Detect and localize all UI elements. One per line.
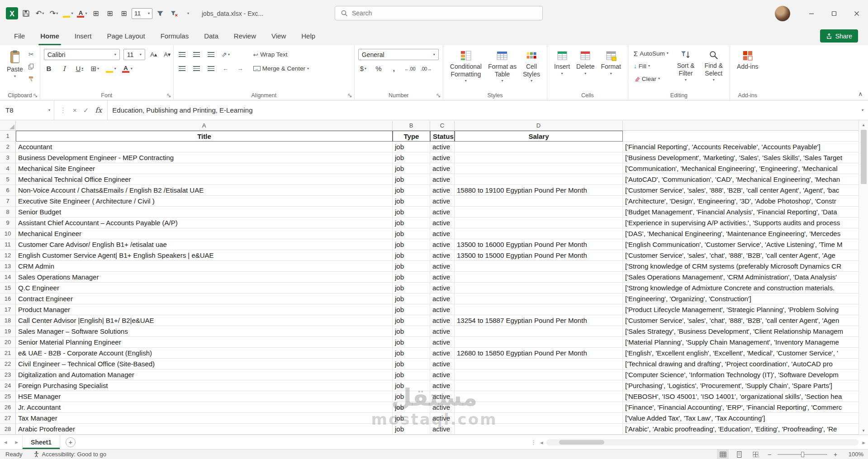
cell[interactable]: active [430, 228, 455, 239]
borders-grid-icon-2[interactable]: ⊞ [104, 7, 116, 20]
format-as-table-button[interactable]: Format as Table ▾ [485, 47, 520, 85]
font-color-button[interactable]: A▾ [122, 63, 133, 74]
cell[interactable]: job [393, 142, 430, 152]
cell[interactable]: HSE Manager [16, 391, 393, 402]
autosum-button[interactable]: ΣAutoSum▾ [632, 47, 670, 59]
horizontal-scrollbar[interactable]: ⋮ ◂ ▸ [531, 437, 866, 447]
cell[interactable]: Mechanical Site Engineer [16, 163, 393, 174]
cell[interactable]: active [430, 152, 455, 163]
cell[interactable]: ['Material Planning', 'Supply Chain Mana… [623, 337, 859, 348]
cell[interactable]: job [393, 196, 430, 207]
cell[interactable]: Q.C Engineer [16, 283, 393, 293]
row-number[interactable]: 11 [0, 239, 16, 250]
name-box[interactable]: ▾ [0, 100, 54, 120]
cell[interactable]: active [430, 163, 455, 174]
maximize-button[interactable] [823, 0, 845, 27]
scrollbar-drag-dots-icon[interactable]: ⋮ [531, 439, 536, 446]
cell[interactable] [455, 337, 623, 348]
cell[interactable] [455, 293, 623, 304]
cell[interactable]: ['Customer Service', 'sales', 'chat', '8… [623, 250, 859, 261]
row-number[interactable]: 7 [0, 196, 16, 207]
cell[interactable]: Senior Material Planning Engineer [16, 337, 393, 348]
underline-button[interactable]: U▾ [75, 63, 85, 74]
cell[interactable]: job [393, 402, 430, 413]
number-format-combo[interactable]: General▾ [358, 49, 439, 60]
minimize-button[interactable] [800, 0, 823, 27]
cell[interactable] [455, 261, 623, 272]
cell[interactable]: Call Center Advisor |English| B1+/ B2|e&… [16, 315, 393, 326]
cell[interactable]: ['Business Development', 'Marketing', 'S… [623, 152, 859, 163]
cell-styles-button[interactable]: Cell Styles ▾ [520, 47, 543, 85]
row-number[interactable]: 27 [0, 413, 16, 424]
page-break-view-icon[interactable] [749, 450, 761, 459]
increase-indent-icon[interactable]: → [235, 63, 245, 74]
cell[interactable]: ['Technical drawing and drafting', 'Proj… [623, 359, 859, 369]
cell[interactable]: Sales Manager – Software Solutions [16, 326, 393, 337]
cell[interactable]: active [430, 207, 455, 218]
redo-button[interactable]: ↷▾ [47, 7, 60, 20]
vertical-scrollbar[interactable]: ▴ ▾ [859, 121, 868, 435]
alignment-dialog-launcher-icon[interactable] [348, 94, 352, 98]
cell[interactable]: job [393, 218, 430, 228]
formula-bar-expand-chevron[interactable]: ▾ [857, 100, 868, 120]
zoom-in-button[interactable]: + [832, 451, 839, 458]
cell[interactable]: active [430, 142, 455, 152]
cell[interactable]: Sales Operations Manager [16, 272, 393, 283]
qat-overflow-chevron[interactable]: ▾ [182, 7, 194, 20]
collapse-ribbon-chevron[interactable]: ∧ [858, 90, 863, 97]
cell[interactable]: Arabic Proofreader [16, 424, 393, 435]
borders-grid-icon-1[interactable]: ⊞ [90, 7, 102, 20]
align-middle-icon[interactable] [192, 49, 202, 60]
cell[interactable]: active [430, 293, 455, 304]
cell[interactable]: ['Financial Reporting', 'Accounts Receiv… [623, 142, 859, 152]
row-number[interactable]: 15 [0, 283, 16, 293]
scroll-up-icon[interactable]: ▴ [863, 121, 865, 129]
row-number[interactable]: 10 [0, 228, 16, 239]
align-bottom-icon[interactable] [206, 49, 216, 60]
zoom-level[interactable]: 100% [844, 451, 863, 458]
cell[interactable]: active [430, 348, 455, 359]
cell[interactable]: job [393, 283, 430, 293]
find-select-button[interactable]: Find & Select ▾ [702, 47, 726, 84]
borders-grid-icon-3[interactable]: ⊞ [118, 7, 130, 20]
filter-icon[interactable] [154, 7, 166, 20]
cell[interactable]: Business Development Engineer - MEP Cont… [16, 152, 393, 163]
cell[interactable]: job [393, 261, 430, 272]
normal-view-icon[interactable] [717, 450, 729, 459]
cell[interactable] [455, 174, 623, 185]
decrease-indent-icon[interactable]: ← [221, 63, 231, 74]
excel-logo-icon[interactable]: X [5, 7, 18, 20]
decrease-font-icon[interactable]: A▾ [162, 49, 172, 60]
cancel-icon[interactable]: × [73, 106, 77, 114]
cell[interactable]: active [430, 413, 455, 424]
tab-help[interactable]: Help [294, 27, 323, 45]
column-header-a[interactable]: A [16, 121, 393, 131]
name-box-input[interactable] [5, 106, 33, 114]
row-number[interactable]: 6 [0, 185, 16, 196]
row-number[interactable]: 5 [0, 174, 16, 185]
fill-color-button[interactable]: ▾ [105, 63, 116, 74]
cell[interactable]: Executive Site Engineer ( Architecture /… [16, 196, 393, 207]
italic-button[interactable]: I [59, 63, 69, 74]
cell[interactable] [455, 413, 623, 424]
merge-center-button[interactable]: ↔Merge & Center▾ [251, 63, 311, 75]
font-dialog-launcher-icon[interactable] [167, 94, 171, 98]
cell[interactable]: Customer Care Advisor/ English B1+ /etis… [16, 239, 393, 250]
addins-button[interactable]: Add-ins [734, 47, 761, 73]
select-all-corner[interactable] [0, 121, 16, 131]
cell[interactable]: Non-Voice Account / Chats&Emails / Engli… [16, 185, 393, 196]
fill-button[interactable]: ↓Fill▾ [632, 60, 670, 72]
cell[interactable]: Accountant [16, 142, 393, 152]
close-button[interactable] [845, 0, 868, 27]
cell[interactable]: job [393, 250, 430, 261]
cell[interactable]: Mechanical Engineer [16, 228, 393, 239]
cell[interactable]: ['Engineering', 'Organizing', 'Construct… [623, 293, 859, 304]
cell[interactable] [455, 196, 623, 207]
row-number[interactable]: 19 [0, 326, 16, 337]
font-color-button[interactable]: A ▾ [76, 7, 88, 20]
cell[interactable]: Foreign Purchasing Specialist [16, 380, 393, 391]
cell[interactable]: job [393, 293, 430, 304]
cell[interactable]: ['Sales Strategy', 'Business Development… [623, 326, 859, 337]
cell[interactable]: active [430, 239, 455, 250]
cell[interactable] [455, 283, 623, 293]
